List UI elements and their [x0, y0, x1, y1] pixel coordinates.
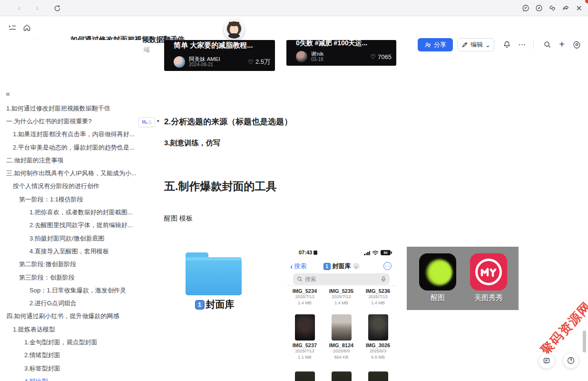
heart-icon: ♡ [248, 59, 254, 66]
reload-icon[interactable] [51, 2, 63, 14]
help-button[interactable] [563, 353, 578, 368]
file-row-1: IMG_5234 2025/7/13 1.4 MB IMG_5235 2025/… [286, 288, 396, 306]
collapse-sidebar-icon[interactable]: « [6, 90, 9, 98]
browser-icon[interactable] [534, 3, 544, 13]
file-date: 2025/8/9 [324, 348, 359, 354]
folder-icon [186, 252, 242, 295]
outline-item[interactable]: 第二阶段:微创新阶段 [0, 258, 143, 271]
phone-search-input[interactable] [305, 276, 379, 282]
file-date: 2025/7/13 [324, 294, 359, 300]
outline-item-label: 3.拍摄封面同款/微创新底图 [29, 234, 104, 243]
outline-item[interactable]: Sop：1.日常收集爆款，激发创作灵 [0, 284, 143, 297]
outline-item-label: 1.把你喜欢，或者数据好的封面截图... [29, 208, 133, 217]
outline-item[interactable]: 4.直接导入至醒图，套用模板 [0, 245, 143, 258]
phone-folder-title[interactable]: 1 封面库 ⌄ [286, 262, 396, 271]
new-doc-plus-icon[interactable]: + [556, 39, 568, 50]
file-thumbnail [295, 371, 315, 381]
xingtu-app-icon[interactable] [419, 253, 456, 291]
heading-level-chip[interactable]: H₂ [138, 117, 155, 127]
heading-h3[interactable]: 3.刻意训练，仿写 [164, 139, 220, 148]
file-date: 2025/7/13 [288, 294, 322, 300]
cover-card-2[interactable]: 0失败 #减肥 #100天运... 谢nik 03-18 ♡ 7065 [286, 40, 396, 66]
drag-handle-icon[interactable] [149, 120, 151, 124]
file-item[interactable] [324, 371, 359, 381]
phone-divider [286, 285, 396, 286]
outline-item[interactable]: 一.为什么小红书的封面很重要? [0, 115, 143, 128]
file-item[interactable]: IMG_5237 2025/7/13 1.1 MB [288, 314, 322, 361]
outline-item[interactable]: 1.提炼表达模型 [0, 323, 143, 336]
cover-card-date: 2024-08-21 [189, 62, 220, 68]
file-row-3 [286, 371, 396, 381]
comments-icon[interactable] [520, 3, 531, 13]
paragraph-text[interactable]: 醒图 模板 [164, 214, 193, 223]
share-button[interactable]: 分享 [418, 38, 453, 51]
notifications-bell-icon[interactable] [501, 39, 512, 50]
outline-item-label: Sop：1.日常收集爆款，激发创作灵 [29, 286, 126, 295]
file-name: IMG_5237 [288, 342, 322, 348]
file-item[interactable]: IMG_5236 2025/7/13 1.4 MB [361, 288, 395, 306]
outline-item[interactable]: 二.做封面的注意事项 [0, 154, 143, 167]
feedback-icon [543, 357, 550, 365]
cover-card-likes: 2.5万 [255, 58, 270, 66]
file-size: 1.4 MB [324, 300, 359, 306]
heading-h1[interactable]: 五.制作爆款封面的工具 [164, 179, 276, 194]
meitu-app-icon[interactable] [470, 253, 507, 291]
copy-link-icon[interactable] [547, 3, 558, 13]
h2-chip-label: H₂ [142, 120, 148, 125]
outline-item[interactable]: 2.进行G点词组合 [0, 297, 143, 310]
outline-item[interactable]: 三.如何制作出既具有个人IP风格，又能成为小... [0, 167, 143, 180]
edit-button[interactable]: 编辑 ⌄ [458, 38, 494, 51]
cover-card-likes: 7065 [378, 53, 392, 60]
phone-title-text: 封面库 [333, 262, 351, 271]
outline-item-active[interactable]: 4.对比型 [0, 375, 143, 381]
mic-icon [381, 276, 386, 282]
outline-item-label: 第一阶段：1:1模仿阶段 [19, 195, 83, 204]
file-item[interactable]: IMG_5235 2025/7/13 1.4 MB [324, 288, 359, 306]
meitu-logo-ring [475, 259, 502, 285]
outline-item[interactable]: 第一阶段：1:1模仿阶段 [0, 193, 143, 206]
outline-item[interactable]: 2.去醒图里找同款字体，提前编辑好... [0, 219, 143, 232]
settings-gear-icon[interactable] [571, 39, 582, 50]
folder-image[interactable]: 1 封面库 [179, 249, 250, 315]
scrollbar-thumb[interactable] [583, 331, 586, 352]
file-item[interactable] [361, 371, 395, 381]
window-titlebar: ‹ › ✕ [0, 0, 588, 16]
file-size: 6.5 MB [361, 354, 395, 361]
phone-more-button[interactable]: ⋯ [383, 262, 392, 270]
outline-item[interactable]: 按个人情况有分阶段的进行创作 [0, 180, 143, 193]
outline-item[interactable]: 四.如何通过刷小红书，提升做爆款的网感 [0, 310, 143, 323]
chevron-down-icon: ⌄ [353, 263, 360, 270]
collapse-caret-icon[interactable]: ▾ [157, 119, 159, 123]
more-options-icon[interactable]: ⋯ [516, 39, 528, 50]
outline-item[interactable]: 2.情绪型封面 [0, 349, 143, 362]
file-item[interactable]: IMG_8124 2025/8/9 664 KB [324, 314, 359, 361]
file-item[interactable]: IMG_3026 2025/6/3 6.5 MB [361, 314, 395, 361]
outline-item[interactable]: 2.平台审美是动态的，爆款封面的趋势也是... [0, 141, 143, 154]
forward-icon[interactable]: › [31, 2, 43, 14]
edit-chevron-icon: ⌄ [485, 41, 490, 49]
outline-item[interactable]: 3.标签型封面 [0, 362, 143, 375]
file-item[interactable] [288, 371, 322, 381]
outline-item[interactable]: 1.如果连封面都没有点击率，内容做得再好... [0, 128, 143, 141]
home-icon[interactable] [21, 22, 32, 33]
close-icon[interactable]: ✕ [574, 3, 584, 13]
outline-item[interactable]: 1.把你喜欢，或者数据好的封面截图... [0, 206, 143, 219]
heading-h2[interactable]: 2.分析选题的来源（标题也是选题） [164, 116, 292, 127]
file-item[interactable]: IMG_5234 2025/7/13 1.4 MB [288, 288, 322, 306]
file-row-2: IMG_5237 2025/7/13 1.1 MB IMG_8124 2025/… [286, 314, 396, 361]
outline-item[interactable]: 1.如何通过修改封面把视频数据翻千倍 [0, 102, 143, 115]
share-window-icon[interactable] [560, 3, 571, 13]
outline-item[interactable]: 3.拍摄封面同款/微创新底图 [0, 232, 143, 245]
back-icon[interactable]: ‹ [13, 2, 25, 14]
cover-card-1[interactable]: 简单 大家要的减脂教程... 阿美妹 AMEI 2024-08-21 ♡ 2.5… [164, 40, 275, 71]
outline-item-label: 1.金句型封面，观点型封面 [24, 338, 98, 347]
outline-item[interactable]: 第三阶段：创新阶段 [0, 271, 143, 284]
phone-search-bar[interactable] [293, 273, 390, 285]
file-date: 2025/7/13 [361, 294, 395, 300]
user-avatar[interactable] [224, 20, 244, 40]
outline-toggle-icon[interactable] [7, 22, 18, 33]
outline-item-label: 1.如果连封面都没有点击率，内容做得再好... [13, 130, 135, 139]
search-icon[interactable] [541, 39, 553, 50]
outline-item[interactable]: 1.金句型封面，观点型封面 [0, 336, 143, 349]
feedback-button[interactable] [539, 353, 554, 369]
